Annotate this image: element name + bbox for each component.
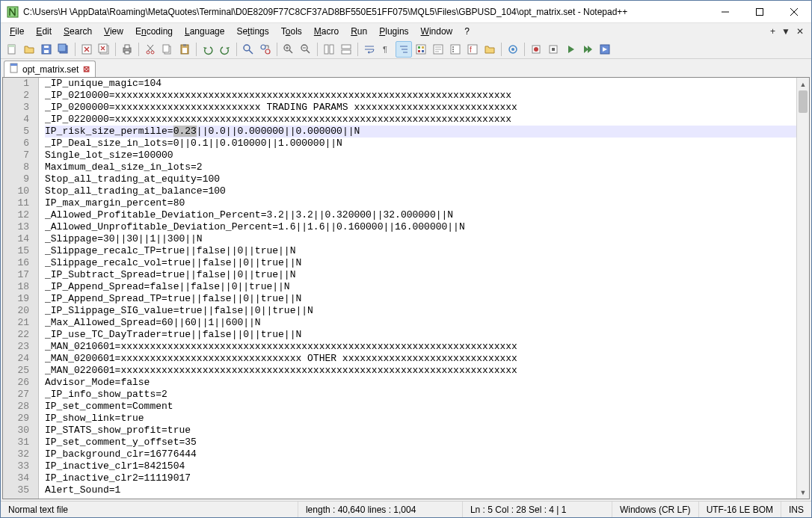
svg-line-32 (249, 50, 253, 54)
minimize-button[interactable] (708, 1, 742, 22)
code-line[interactable]: _IP_info_show_patts=2 (45, 389, 796, 401)
menu-language[interactable]: Language (179, 25, 230, 38)
sync-v-button[interactable] (321, 41, 337, 58)
code-line[interactable]: _Allowed_Unprofitable_Deviation_Percent=… (45, 221, 796, 233)
code-line[interactable]: _Allowed_Profitable_Deviation_Percent=3.… (45, 209, 796, 221)
status-encoding[interactable]: UTF-16 LE BOM (699, 502, 781, 517)
maximize-button[interactable] (742, 1, 777, 22)
menu-close-icon[interactable]: ✕ (796, 26, 804, 37)
menu-encoding[interactable]: Encoding (129, 25, 179, 38)
close-all-button[interactable] (96, 41, 112, 58)
line-number: 14 (3, 233, 38, 245)
copy-button[interactable] (159, 41, 176, 58)
status-mode[interactable]: INS (781, 502, 811, 517)
scroll-up-icon[interactable]: ▲ (797, 78, 809, 90)
status-eol[interactable]: Windows (CR LF) (612, 502, 699, 517)
record-macro-button[interactable] (528, 41, 544, 58)
svg-point-70 (534, 47, 538, 52)
menu-dropdown-icon[interactable]: ▼ (781, 26, 790, 37)
code-line[interactable]: _IP_use_TC_DayTrader=true||false||0||tru… (45, 329, 796, 341)
save-button[interactable] (38, 41, 55, 58)
replace-button[interactable] (257, 41, 274, 58)
code-line[interactable]: Stop_all_trading_at_equity=100 (45, 173, 796, 185)
udl-button[interactable] (413, 41, 429, 58)
code-line[interactable]: _IP_Deal_size_in_lots=0||0.1||0.010000||… (45, 138, 796, 149)
file-tab[interactable]: opt_matrix.set ⊠ (4, 61, 96, 77)
menu-plus-icon[interactable]: + (770, 26, 775, 37)
doc-map-button[interactable] (430, 41, 446, 58)
vertical-scrollbar[interactable]: ▲ ▼ (796, 78, 809, 499)
code-line[interactable]: _IP_0210000=xxxxxxxxxxxxxxxxxxxxxxxxxxxx… (45, 90, 796, 102)
code-line[interactable]: IP_risk_size_permille=0.23||0.0||0.00000… (45, 126, 796, 138)
code-line[interactable]: _IP_0200000=xxxxxxxxxxxxxxxxxxxxxxxxx TR… (45, 102, 796, 114)
code-line[interactable]: IP_set_comment=Comment (45, 401, 796, 413)
code-line[interactable]: _MAN_0210601=xxxxxxxxxxxxxxxxxxxxxxxxxxx… (45, 341, 796, 353)
code-line[interactable]: _IP_unique_magic=104 (45, 78, 796, 90)
save-macro-button[interactable] (597, 41, 613, 58)
code-line[interactable]: _Slippage_recalc_TP=true||false||0||true… (45, 245, 796, 257)
menu-window[interactable]: Window (415, 25, 459, 38)
menu-tools[interactable]: Tools (275, 25, 308, 38)
cut-button[interactable] (142, 41, 159, 58)
func-list-button[interactable]: f (464, 41, 481, 58)
save-all-button[interactable] (55, 41, 72, 58)
code-line[interactable]: Alert_Sound=1 (45, 484, 796, 496)
menu-edit[interactable]: Edit (30, 25, 58, 38)
code-line[interactable]: _IP_Append_Spread_TP=true||false||0||tru… (45, 293, 796, 305)
print-button[interactable] (119, 41, 135, 58)
code-line[interactable]: _IP_Append_Spread=false||false||0||true|… (45, 281, 796, 293)
zoom-out-button[interactable] (298, 41, 314, 58)
code-line[interactable]: _IP_0220000=xxxxxxxxxxxxxxxxxxxxxxxxxxxx… (45, 114, 796, 126)
code-line[interactable]: Single_lot_size=100000 (45, 149, 796, 161)
scroll-thumb[interactable] (799, 90, 808, 113)
scroll-down-icon[interactable]: ▼ (797, 486, 809, 499)
show-all-chars-button[interactable]: ¶ (378, 41, 395, 58)
code-area[interactable]: _IP_unique_magic=104_IP_0210000=xxxxxxxx… (39, 78, 796, 499)
menu-view[interactable]: View (98, 25, 129, 38)
code-line[interactable]: _Slippage=30||30||1||300||N (45, 233, 796, 245)
stop-macro-button[interactable] (545, 41, 562, 58)
close-file-button[interactable] (79, 41, 95, 58)
code-line[interactable]: IP_STATS_show_profit=true (45, 425, 796, 437)
find-button[interactable] (240, 41, 256, 58)
zoom-in-button[interactable] (280, 41, 297, 58)
play-multi-button[interactable] (579, 41, 596, 58)
open-file-button[interactable] (21, 41, 37, 58)
code-line[interactable]: Maximum_deal_size_in_lots=2 (45, 161, 796, 173)
paste-button[interactable] (176, 41, 193, 58)
menu-plugins[interactable]: Plugins (373, 25, 414, 38)
code-line[interactable]: IP_inactive_clr2=11119017 (45, 472, 796, 484)
code-line[interactable]: IP_set_comment_y_offset=35 (45, 437, 796, 448)
tab-close-icon[interactable]: ⊠ (81, 65, 90, 74)
play-macro-button[interactable] (562, 41, 579, 58)
code-line[interactable]: IP_inactive_clr1=8421504 (45, 460, 796, 472)
code-line[interactable]: IP_background_clr=16776444 (45, 448, 796, 460)
monitor-button[interactable] (505, 41, 521, 58)
code-line[interactable]: _IP_Slippage_SIG_value=true||false||0||t… (45, 305, 796, 317)
code-line[interactable]: IP_max_margin_percent=80 (45, 197, 796, 209)
code-line[interactable]: _IP_Subtract_Spread=true||false||0||true… (45, 269, 796, 281)
doc-list-button[interactable] (447, 41, 464, 58)
code-line[interactable]: _MAN_0200601=xxxxxxxxxxxxxxxxxxxxxxxxxxx… (45, 353, 796, 365)
menu-help[interactable]: ? (458, 25, 476, 38)
indent-guide-button[interactable] (396, 41, 412, 58)
code-line[interactable]: IP_show_link=true (45, 413, 796, 425)
menu-settings[interactable]: Settings (230, 25, 274, 38)
code-line[interactable]: Advisor_Mode=false (45, 377, 796, 389)
folder-button[interactable] (482, 41, 498, 58)
code-line[interactable]: _MAN_0220601=xxxxxxxxxxxxxxxxxxxxxxxxxxx… (45, 365, 796, 377)
menu-run[interactable]: Run (345, 25, 373, 38)
redo-button[interactable] (217, 41, 233, 58)
code-line[interactable]: _Max_Allowed_Spread=60||60||1||600||N (45, 317, 796, 329)
menu-file[interactable]: File (4, 25, 30, 38)
wordwrap-button[interactable] (361, 41, 378, 58)
code-line[interactable]: _Slippage_recalc_vol=true||false||0||tru… (45, 257, 796, 269)
menu-macro[interactable]: Macro (308, 25, 345, 38)
scroll-track[interactable] (797, 90, 809, 486)
undo-button[interactable] (200, 41, 216, 58)
menu-search[interactable]: Search (58, 25, 98, 38)
sync-h-button[interactable] (338, 41, 354, 58)
close-button[interactable] (777, 1, 811, 22)
code-line[interactable]: Stop_all_trading_at_balance=100 (45, 185, 796, 197)
new-file-button[interactable] (4, 41, 20, 58)
